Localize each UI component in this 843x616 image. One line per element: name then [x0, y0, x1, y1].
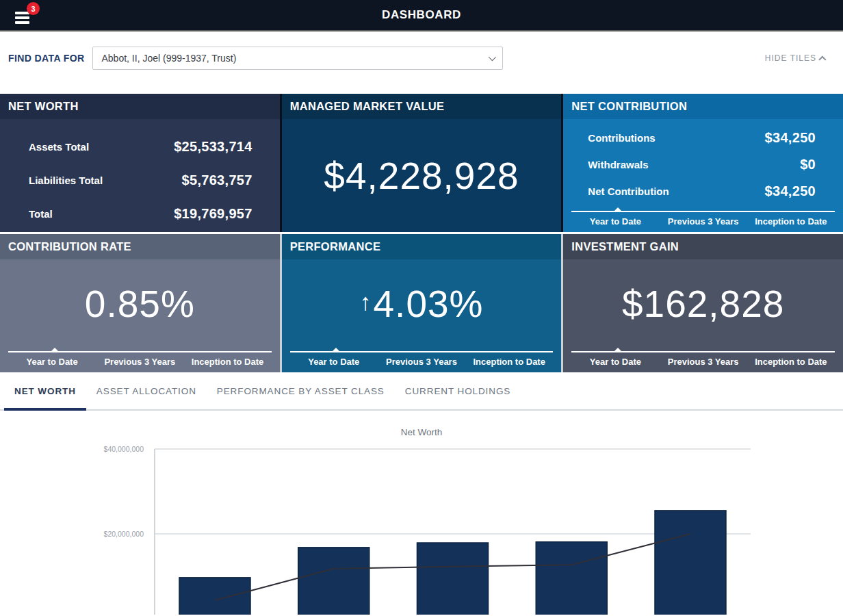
- period-indicator-line: [290, 351, 554, 352]
- period-tab-previous-3-years[interactable]: Previous 3 Years: [660, 216, 747, 227]
- tab-net-worth[interactable]: NET WORTH: [4, 372, 86, 409]
- stat-row: Withdrawals $0: [588, 151, 816, 178]
- tile-net-contribution: NET CONTRIBUTION Contributions $34,250 W…: [563, 94, 843, 232]
- period-tab-inception-to-date[interactable]: Inception to Date: [747, 216, 835, 227]
- account-select[interactable]: Abbot, II, Joel (999-1937, Trust): [92, 47, 503, 70]
- stat-label: Withdrawals: [588, 159, 648, 170]
- stat-row: Contributions $34,250: [588, 125, 816, 151]
- net-worth-chart-section: Net Worth $0$20,000,000$40,000,000: [0, 411, 843, 615]
- stat-label: Assets Total: [29, 141, 89, 153]
- chart-bar: [417, 543, 489, 615]
- stat-row: Liabilities Total $5,763,757: [29, 164, 252, 197]
- y-tick-label: $0: [135, 615, 144, 615]
- stat-value: $25,533,714: [174, 139, 252, 155]
- tile-title: NET WORTH: [0, 94, 280, 119]
- stat-value: $0: [800, 157, 816, 172]
- find-data-bar: FIND DATA FOR Abbot, II, Joel (999-1937,…: [0, 31, 843, 94]
- stat-row: Net Contribution $34,250: [588, 178, 816, 205]
- period-indicator-line: [571, 211, 835, 212]
- hamburger-bar: [15, 21, 29, 24]
- chart-title: Net Worth: [0, 411, 843, 437]
- chart-bar: [298, 548, 369, 615]
- tile-contribution-rate: CONTRIBUTION RATE 0.85% Year to Date Pre…: [0, 234, 280, 372]
- stat-value: $5,763,757: [182, 172, 252, 188]
- period-tabs: Year to Date Previous 3 Years Inception …: [8, 351, 272, 367]
- tiles-row-1: NET WORTH Assets Total $25,533,714 Liabi…: [0, 94, 843, 232]
- period-indicator-line: [8, 351, 272, 352]
- period-tab-previous-3-years[interactable]: Previous 3 Years: [378, 357, 465, 367]
- period-tab-inception-to-date[interactable]: Inception to Date: [747, 357, 835, 367]
- app-header: 3 DASHBOARD: [0, 0, 843, 31]
- y-tick-label: $40,000,000: [104, 445, 144, 453]
- hide-tiles-label: HIDE TILES: [765, 47, 816, 70]
- account-select-value: Abbot, II, Joel (999-1937, Trust): [101, 53, 236, 64]
- stat-label: Total: [29, 208, 53, 220]
- stat-value: $19,769,957: [174, 206, 252, 222]
- find-data-label: FIND DATA FOR: [8, 47, 84, 70]
- stat-value: $34,250: [765, 130, 816, 146]
- period-tab-year-to-date[interactable]: Year to Date: [290, 357, 378, 367]
- tile-net-worth: NET WORTH Assets Total $25,533,714 Liabi…: [0, 94, 280, 232]
- period-tab-year-to-date[interactable]: Year to Date: [571, 216, 659, 227]
- y-tick-label: $20,000,000: [104, 530, 144, 538]
- stat-row: Assets Total $25,533,714: [29, 130, 252, 164]
- tiles-row-2: CONTRIBUTION RATE 0.85% Year to Date Pre…: [0, 234, 843, 372]
- selected-period-marker-icon: [333, 348, 339, 351]
- tab-asset-allocation[interactable]: ASSET ALLOCATION: [86, 372, 207, 409]
- tile-title: CONTRIBUTION RATE: [0, 234, 280, 259]
- net-contribution-rows: Contributions $34,250 Withdrawals $0 Net…: [563, 119, 843, 205]
- stat-label: Liabilities Total: [29, 175, 103, 186]
- stat-value: $34,250: [765, 183, 816, 199]
- period-tab-year-to-date[interactable]: Year to Date: [571, 357, 659, 367]
- chart-bar: [536, 542, 607, 615]
- performance-percent: 4.03%: [374, 282, 484, 326]
- up-arrow-icon: ↑: [359, 289, 372, 316]
- hide-tiles-button[interactable]: HIDE TILES: [765, 47, 827, 70]
- selected-period-marker-icon: [614, 207, 621, 211]
- tile-title: MANAGED MARKET VALUE: [282, 94, 562, 119]
- period-tab-previous-3-years[interactable]: Previous 3 Years: [96, 357, 183, 367]
- period-tabs: Year to Date Previous 3 Years Inception …: [571, 351, 835, 367]
- stat-label: Net Contribution: [588, 185, 669, 197]
- page-title: DASHBOARD: [382, 8, 461, 22]
- period-tabs: Year to Date Previous 3 Years Inception …: [571, 211, 835, 227]
- section-tab-bar: NET WORTH ASSET ALLOCATION PERFORMANCE B…: [0, 372, 843, 411]
- performance-value: ↑4.03%: [282, 259, 562, 348]
- selected-period-marker-icon: [614, 348, 621, 351]
- stat-row: Total $19,769,957: [29, 197, 252, 231]
- tile-title: NET CONTRIBUTION: [563, 94, 843, 119]
- tile-investment-gain: INVESTMENT GAIN $162,828 Year to Date Pr…: [563, 234, 843, 372]
- tile-title: PERFORMANCE: [282, 234, 562, 259]
- period-tab-inception-to-date[interactable]: Inception to Date: [183, 357, 271, 367]
- investment-gain-value: $162,828: [563, 259, 843, 348]
- stat-label: Contributions: [588, 132, 655, 144]
- notification-badge: 3: [27, 2, 40, 15]
- tile-managed-market-value: MANAGED MARKET VALUE $4,228,928: [282, 94, 562, 232]
- period-tab-inception-to-date[interactable]: Inception to Date: [465, 357, 553, 367]
- managed-market-value-amount: $4,228,928: [282, 119, 562, 232]
- net-worth-rows: Assets Total $25,533,714 Liabilities Tot…: [0, 119, 280, 231]
- net-worth-chart: $0$20,000,000$40,000,000: [0, 437, 843, 615]
- tile-performance: PERFORMANCE ↑4.03% Year to Date Previous…: [282, 234, 562, 372]
- selected-period-marker-icon: [51, 348, 58, 351]
- contribution-rate-value: 0.85%: [0, 259, 280, 348]
- chevron-up-icon: [818, 55, 826, 63]
- period-tabs: Year to Date Previous 3 Years Inception …: [290, 351, 554, 367]
- hamburger-bar: [15, 16, 29, 19]
- hamburger-menu-icon[interactable]: 3: [15, 12, 31, 25]
- period-tab-previous-3-years[interactable]: Previous 3 Years: [660, 357, 747, 367]
- tile-title: INVESTMENT GAIN: [563, 234, 843, 259]
- period-indicator-line: [571, 351, 835, 352]
- chart-bar: [179, 578, 250, 615]
- chart-bar: [655, 511, 726, 615]
- period-tab-year-to-date[interactable]: Year to Date: [8, 357, 96, 367]
- chevron-down-icon: [489, 53, 496, 61]
- tab-performance-by-asset-class[interactable]: PERFORMANCE BY ASSET CLASS: [207, 372, 395, 409]
- tab-current-holdings[interactable]: CURRENT HOLDINGS: [395, 372, 521, 409]
